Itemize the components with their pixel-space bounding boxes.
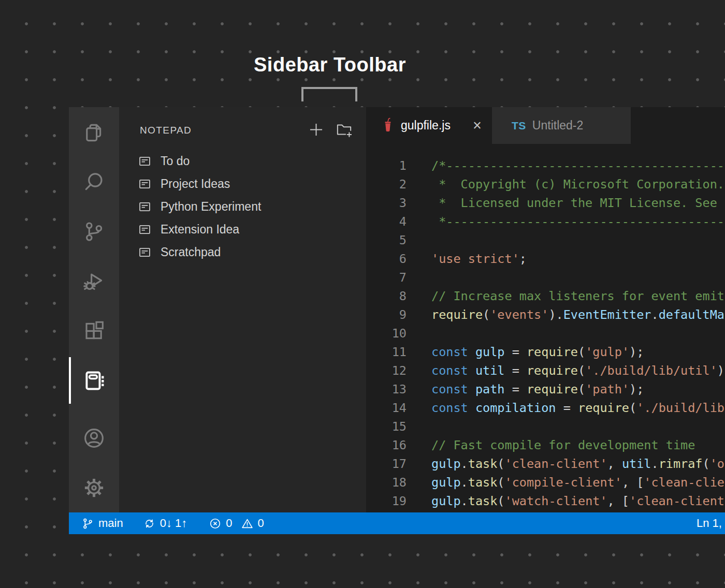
line-number: 15 <box>366 417 407 436</box>
code-line: 9require('events').EventEmitter.defaultM… <box>366 305 725 324</box>
status-bar: main0↓ 1↑00Ln 1, Col 1 <box>69 512 725 534</box>
new-note-icon <box>307 120 326 139</box>
code-text: const path = require('path'); <box>431 380 644 399</box>
list-item[interactable]: Python Experiment <box>119 195 366 218</box>
status-label: 0 <box>258 517 264 530</box>
code-line: 1/*-------------------------------------… <box>366 156 725 175</box>
sync-icon <box>143 517 156 530</box>
activity-item-run-debug[interactable] <box>69 256 119 306</box>
note-icon <box>138 245 152 259</box>
new-folder-icon <box>335 120 354 139</box>
extensions-icon <box>82 319 106 343</box>
code-text: gulp.task('compile-client', ['clean-clie… <box>431 473 725 492</box>
tab-label: Untitled-2 <box>532 119 583 133</box>
code-line: 6'use strict'; <box>366 249 725 268</box>
line-number: 11 <box>366 343 407 361</box>
note-list: To doProject IdeasPython ExperimentExten… <box>119 150 366 263</box>
new-folder-button[interactable] <box>334 120 354 139</box>
code-line: 7 <box>366 268 725 287</box>
code-line: 8// Increase max listeners for event emi… <box>366 287 725 305</box>
line-number: 6 <box>366 249 407 268</box>
list-item[interactable]: To do <box>119 150 366 172</box>
activity-bar-spacer <box>69 405 119 413</box>
gulp-icon <box>382 116 394 135</box>
status-error[interactable]: 0 <box>209 517 232 530</box>
code-line: 3 * Licensed under the MIT License. See … <box>366 194 725 212</box>
vscode-window: NOTEPAD To doProject IdeasPython Experim… <box>69 107 725 534</box>
new-note-button[interactable] <box>306 120 326 139</box>
note-label: Python Experiment <box>161 200 261 214</box>
activity-bar <box>69 107 119 512</box>
code-text: * Licensed under the MIT License. See Li… <box>431 194 725 212</box>
activity-item-source-control[interactable] <box>69 207 119 256</box>
code-area[interactable]: 1/*-------------------------------------… <box>366 144 725 512</box>
code-text: const gulp = require('gulp'); <box>431 343 644 361</box>
line-number: 13 <box>366 380 407 399</box>
code-text: * Copyright (c) Microsoft Corporation. A… <box>431 175 725 194</box>
code-text: // Fast compile for development time <box>431 436 695 454</box>
status-git-branch[interactable]: main <box>81 517 123 530</box>
warning-icon <box>241 517 254 530</box>
source-control-icon <box>82 219 106 244</box>
code-text: const compilation = require('./build/lib… <box>431 399 725 417</box>
line-number: 2 <box>366 175 407 194</box>
tab-gulpfile-js[interactable]: gulpfile.js× <box>366 107 492 144</box>
line-number: 5 <box>366 231 407 249</box>
list-item[interactable]: Extension Idea <box>119 218 366 241</box>
code-line: 5 <box>366 231 725 249</box>
close-icon[interactable]: × <box>473 118 482 133</box>
activity-item-settings-gear[interactable] <box>69 463 119 512</box>
list-item[interactable]: Scratchpad <box>119 241 366 263</box>
code-text: const util = require('./build/lib/util')… <box>431 361 725 380</box>
activity-item-search[interactable] <box>69 157 119 207</box>
line-number: 12 <box>366 361 407 380</box>
line-number: 4 <box>366 212 407 231</box>
run-debug-icon <box>82 269 106 293</box>
line-number: 10 <box>366 324 407 343</box>
code-line: 14const compilation = require('./build/l… <box>366 399 725 417</box>
line-number: 16 <box>366 436 407 454</box>
code-line: 11const gulp = require('gulp'); <box>366 343 725 361</box>
editor-group: gulpfile.js×TSUntitled-2 1/*------------… <box>366 107 725 512</box>
status-label: 0↓ 1↑ <box>160 517 187 530</box>
tab-bar: gulpfile.js×TSUntitled-2 <box>366 107 725 144</box>
code-text: gulp.task('clean-client', util.rimraf('o… <box>431 454 725 473</box>
note-icon <box>138 154 152 168</box>
code-line: 16// Fast compile for development time <box>366 436 725 454</box>
line-number: 7 <box>366 268 407 287</box>
sidebar-title: NOTEPAD <box>140 125 192 136</box>
status-warning[interactable]: 0 <box>241 517 264 530</box>
note-label: Project Ideas <box>161 177 230 191</box>
error-icon <box>209 517 222 530</box>
annotation-bracket <box>301 87 357 101</box>
note-label: To do <box>161 154 190 168</box>
activity-bar-bottom <box>69 413 119 512</box>
note-label: Scratchpad <box>161 245 221 259</box>
note-icon <box>138 177 152 191</box>
line-number: 19 <box>366 492 407 510</box>
status-sync[interactable]: 0↓ 1↑ <box>143 517 187 530</box>
code-line: 19gulp.task('watch-client', ['clean-clie… <box>366 492 725 510</box>
cursor-position[interactable]: Ln 1, Col 1 <box>697 512 725 534</box>
git-branch-icon <box>81 517 94 530</box>
ts-icon: TS <box>512 120 526 132</box>
notepad-icon <box>82 369 106 393</box>
sidebar: NOTEPAD To doProject IdeasPython Experim… <box>119 107 366 512</box>
code-text: /*--------------------------------------… <box>431 156 725 175</box>
line-number: 3 <box>366 194 407 212</box>
activity-item-extensions[interactable] <box>69 306 119 356</box>
code-text: // Increase max listeners for event emit… <box>431 287 725 305</box>
activity-item-notepad[interactable] <box>69 356 119 405</box>
line-number: 17 <box>366 454 407 473</box>
code-text: *---------------------------------------… <box>431 212 725 231</box>
list-item[interactable]: Project Ideas <box>119 172 366 195</box>
line-number: 9 <box>366 305 407 324</box>
code-line: 2 * Copyright (c) Microsoft Corporation.… <box>366 175 725 194</box>
code-line: 10 <box>366 324 725 343</box>
line-number: 14 <box>366 399 407 417</box>
tab-untitled-2[interactable]: TSUntitled-2 <box>492 107 631 144</box>
activity-item-files[interactable] <box>69 107 119 157</box>
code-line: 18gulp.task('compile-client', ['clean-cl… <box>366 473 725 492</box>
activity-item-account[interactable] <box>69 413 119 463</box>
line-number: 1 <box>366 156 407 175</box>
